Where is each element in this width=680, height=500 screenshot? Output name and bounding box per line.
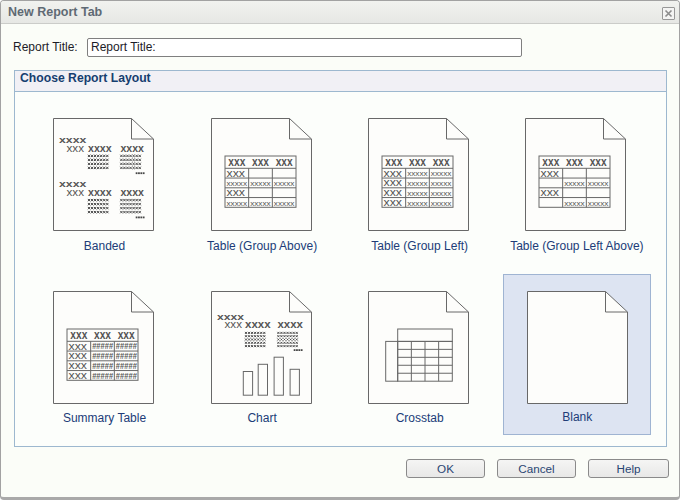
svg-text:xxxx: xxxx [88,142,112,154]
svg-text:xxx: xxx [566,155,583,169]
svg-text:#####: ##### [92,351,113,361]
svg-text:xxxx: xxxx [277,318,303,330]
svg-text:xxx: xxx [409,155,426,169]
svg-text:xxxxx: xxxxx [565,199,586,208]
svg-text:xxx: xxx [224,318,242,330]
svg-text:xxxxx: xxxxx [588,199,609,208]
svg-text:xxxx: xxxx [120,186,144,198]
svg-text:xxx: xxx [433,155,450,169]
svg-text:#####: ##### [116,360,137,370]
svg-text:xxxxx: xxxxx [250,199,270,208]
svg-text:xxx: xxx [275,155,292,169]
svg-text:xxxxx: xxxxx [407,189,428,198]
svg-text:xxxx: xxxx [245,318,271,330]
svg-text:xxxxx: xxxxx [565,179,586,188]
svg-text:xxxx: xxxx [88,186,112,198]
svg-text:#####: ##### [116,370,137,380]
svg-text:xxxxx: xxxxx [431,179,452,188]
svg-text:xxx: xxx [69,368,88,380]
svg-text:xxxxx: xxxxx [407,179,428,188]
svg-text:#####: ##### [116,351,137,361]
svg-text:xxxxx: xxxxx [273,199,294,208]
svg-text:xxxxx: xxxxx [431,199,452,208]
svg-text:xxxxx: xxxxx [226,199,247,208]
svg-text:xxxxx: xxxxx [226,179,247,188]
svg-text:#####: ##### [92,360,113,370]
svg-text:xxxx: xxxx [120,142,144,154]
svg-text:xxx: xxx [67,186,85,198]
svg-text:xxx: xxx [384,196,403,208]
svg-text:#####: ##### [92,341,113,351]
svg-text:xxxxx: xxxxx [431,189,452,198]
svg-text:xxx: xxx [67,142,85,154]
svg-text:xxxxx: xxxxx [273,179,294,188]
svg-text:xxx: xxx [226,167,245,179]
svg-text:xxxxx: xxxxx [407,169,428,178]
svg-text:xxx: xxx [94,327,111,341]
svg-text:xxxxx: xxxxx [407,199,428,208]
svg-text:xxx: xxx [541,167,560,179]
svg-text:xxxxx: xxxxx [250,179,270,188]
svg-text:xxx: xxx [541,186,560,198]
svg-text:xxxxx: xxxxx [431,169,452,178]
svg-text:#####: ##### [92,370,113,380]
svg-text:#####: ##### [116,341,137,351]
svg-text:xxx: xxx [118,327,135,341]
svg-text:xxx: xxx [590,155,607,169]
svg-text:xxxxx: xxxxx [588,179,609,188]
svg-text:xxx: xxx [252,155,269,169]
